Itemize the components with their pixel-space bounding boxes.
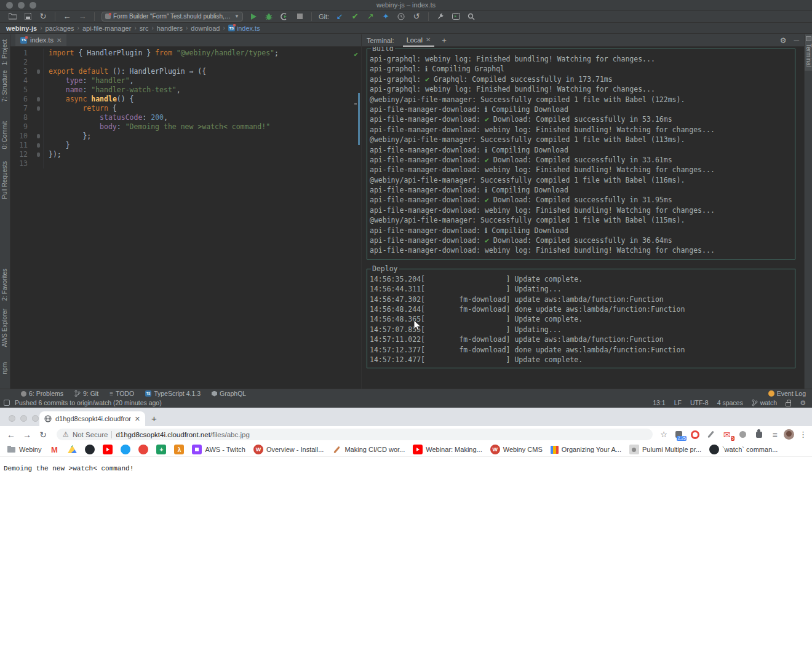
breadcrumb-item[interactable]: download [191,25,220,32]
lock-icon[interactable] [786,402,791,406]
breadcrumb-item[interactable]: packages [45,25,74,32]
run-anything-icon[interactable] [451,12,461,22]
editor-scrollbar[interactable] [358,93,360,145]
stripe-item--favorites[interactable]: 2: Favorites [1,269,8,301]
stripe-item--structure[interactable]: 7: Structure [1,70,8,102]
stripe-item-git[interactable]: 9: Git [74,390,98,397]
bookmark-item[interactable]: Webiny [6,445,41,454]
terminal-tab-local[interactable]: Local ✕ [403,34,435,47]
profile-avatar[interactable] [784,429,794,440]
fold-marker[interactable] [37,106,40,111]
editor-tab-index-ts[interactable]: TS index.ts ✕ [15,34,66,46]
stripe-item-todo[interactable]: ≡ TODO [109,390,134,397]
load-timer-extension-icon[interactable]: 2.25 [674,429,684,440]
bookmark-item[interactable]: Making CI/CD wor... [332,445,405,454]
stripe-item--commit[interactable]: 0: Commit [1,121,8,149]
terminal-minimize-icon[interactable]: ─ [794,36,799,45]
close-icon[interactable]: ✕ [426,36,431,43]
fold-marker[interactable] [37,152,40,157]
git-branch-widget[interactable]: watch [752,399,777,406]
menu-dots-icon[interactable]: ⋮ [799,430,807,439]
close-icon[interactable]: ✕ [135,415,140,423]
tab-list-extension-icon[interactable] [770,429,780,440]
history-icon[interactable] [396,12,406,22]
bookmark-star-icon[interactable]: ☆ [660,430,667,439]
fold-marker[interactable] [37,97,40,101]
puzzle-extension-icon[interactable] [754,429,764,440]
back-icon[interactable]: ← [62,12,72,22]
stripe-item-terminal[interactable]: Terminal [805,34,812,71]
stripe-item-pull-requests[interactable]: Pull Requests [1,161,8,199]
sync-icon[interactable]: ↻ [38,12,48,22]
bookmark-item[interactable] [138,445,148,454]
close-window-button[interactable] [9,415,15,422]
bookmark-item[interactable] [121,445,130,454]
stripe-item-typescript[interactable]: TS TypeScript 4.1.3 [145,390,201,397]
fold-marker[interactable] [37,134,40,138]
stripe-item-problems[interactable]: 6: Problems [21,390,63,397]
stripe-item-npm[interactable]: npm [1,362,8,374]
debug-button[interactable] [264,12,274,22]
git-push-icon[interactable]: ↗ [365,12,375,22]
undo-icon[interactable]: ↺ [412,12,421,22]
gear-icon[interactable]: ⚙ [800,399,806,407]
bookmark-item[interactable]: `watch` comman... [709,445,778,454]
stripe-item-graphql[interactable]: GraphQL [212,390,246,397]
run-configuration-select[interactable]: Form Builder "Form" Test.should publish,… [102,12,243,22]
new-terminal-button[interactable]: + [442,36,447,45]
stripe-item--project[interactable]: 1: Project [1,39,8,65]
terminal-settings-icon[interactable]: ⚙ [780,36,787,45]
bookmark-item[interactable]: Pulumi Multiple pr... [629,445,701,454]
bookmark-item[interactable] [103,445,113,454]
address-bar[interactable]: ⚠ Not Secure d1hgd8csopkt4i.cloudfront.n… [57,429,653,440]
terminal-output[interactable]: Build api-graphql: webiny log: Finished … [362,47,804,389]
file-encoding[interactable]: UTF-8 [690,399,709,406]
fold-marker[interactable] [37,143,40,148]
event-log-button[interactable]: Event Log [768,390,806,397]
git-update-icon[interactable]: ↙ [335,12,344,22]
indent-setting[interactable]: 4 spaces [717,399,743,406]
breadcrumb-item[interactable]: api-file-manager [82,25,131,32]
inspections-ok-icon[interactable]: ✔ [354,50,358,59]
color-picker-extension-icon[interactable] [706,429,716,440]
minimize-window-button[interactable] [20,415,27,422]
line-separator[interactable]: LF [674,399,682,406]
git-sync-icon[interactable]: ✦ [381,12,391,22]
forward-icon[interactable]: → [21,430,33,440]
breadcrumb-item[interactable]: handlers [157,25,183,32]
caret-position[interactable]: 13:1 [653,399,665,406]
bookmark-item[interactable]: AWS - Twitch [192,445,245,454]
search-icon[interactable] [466,12,476,22]
forward-icon[interactable]: → [78,12,87,22]
bookmark-item[interactable] [85,445,95,454]
save-icon[interactable] [23,12,33,22]
bookmark-item[interactable]: + [156,445,166,454]
bookmark-item[interactable]: M [49,445,59,454]
bookmark-item[interactable]: Webinar: Making... [413,445,482,454]
fold-marker[interactable] [37,69,40,74]
git-commit-icon[interactable]: ✔ [350,12,360,22]
adblock-extension-icon[interactable] [690,429,700,440]
stripe-item-aws-explorer[interactable]: AWS Explorer [1,309,8,347]
breadcrumb-item[interactable]: webiny-js [6,25,37,32]
stop-button[interactable] [295,12,304,22]
coverage-button[interactable] [279,12,289,22]
back-icon[interactable]: ← [5,430,17,440]
bookmark-item[interactable]: λ [174,445,184,454]
breadcrumb-item[interactable]: TSindex.ts [228,25,260,32]
bookmark-item[interactable] [67,445,77,454]
run-button[interactable] [249,12,258,22]
zoom-window-button[interactable] [32,415,39,422]
bookmark-item[interactable]: WOverview - Install... [253,445,324,454]
new-tab-button[interactable]: + [151,414,157,423]
notes-extension-icon[interactable] [738,429,748,440]
close-icon[interactable]: ✕ [57,37,62,44]
code-editor[interactable]: 1import { HandlerPlugin } from "@webiny/… [10,47,361,389]
bookmark-item[interactable]: Organizing Your A... [551,446,621,454]
mail-checker-extension-icon[interactable]: 5 [722,429,732,440]
breadcrumb-item[interactable]: src [140,25,149,32]
reload-icon[interactable]: ↻ [37,430,49,440]
bookmark-item[interactable]: WWebiny CMS [490,445,543,454]
wrench-icon[interactable] [436,12,445,22]
browser-tab[interactable]: d1hgd8csopkt4i.cloudfront.ne ✕ [39,411,145,426]
